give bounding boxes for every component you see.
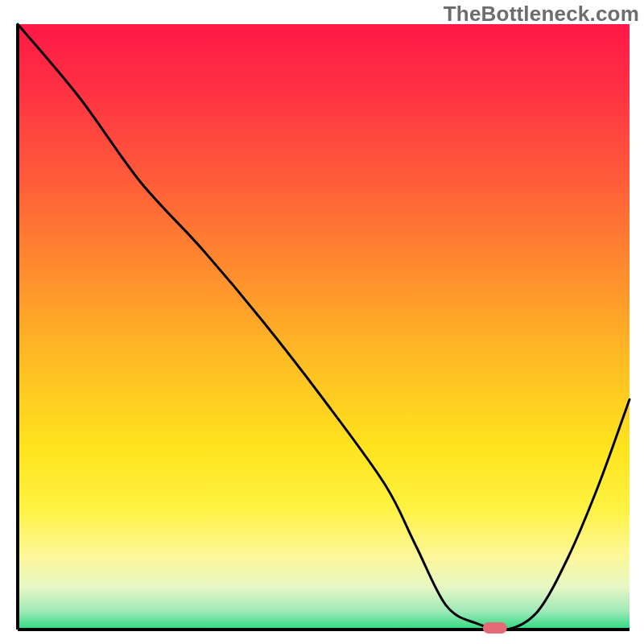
watermark-text: TheBottleneck.com (444, 2, 639, 27)
optimum-marker (483, 622, 507, 634)
plot-background (18, 24, 630, 630)
bottleneck-chart (0, 0, 644, 644)
chart-container: TheBottleneck.com (0, 0, 644, 644)
